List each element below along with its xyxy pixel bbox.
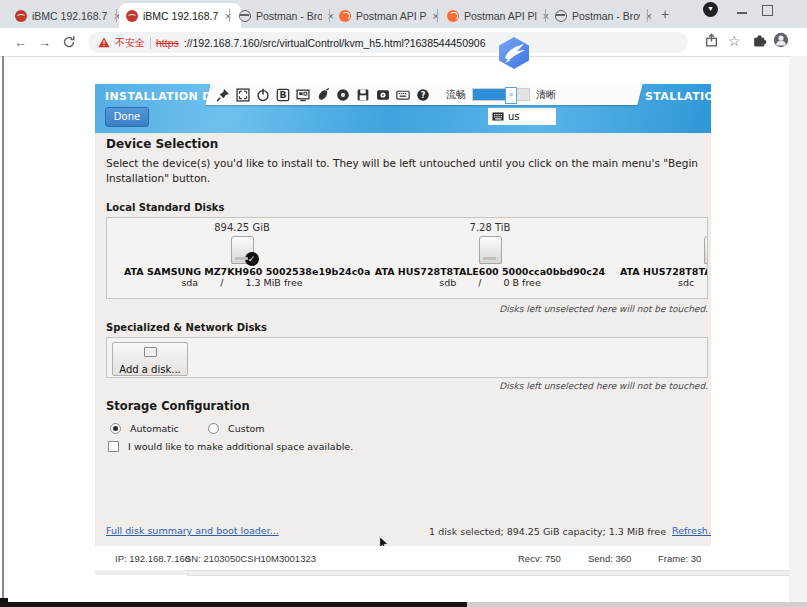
fullscreen-icon[interactable] — [236, 88, 250, 102]
disk-name: ATA SAMSUNG MZ7KH960 5002538e19b24c0a — [124, 266, 360, 277]
window-maximize-icon[interactable] — [762, 5, 773, 16]
kvm-horizontal-scrollbar[interactable] — [187, 570, 795, 576]
tab-separator — [329, 9, 330, 22]
ctrl-alt-del-icon[interactable]: B — [276, 88, 290, 102]
screenshot-icon[interactable] — [296, 88, 310, 102]
disk-mount: / — [478, 277, 481, 288]
browser-tab-ibmc-1[interactable]: iBMC 192.168.7.16 × — [8, 3, 129, 28]
not-secure-label: 不安全 — [115, 36, 145, 50]
forward-icon[interactable]: → — [38, 35, 51, 50]
cd-rom-icon[interactable] — [376, 88, 390, 102]
share-icon[interactable] — [704, 33, 719, 48]
svg-text:B: B — [280, 90, 287, 100]
reclaim-space-option[interactable]: I would like to make additional space av… — [108, 435, 353, 454]
tab-separator — [116, 9, 117, 22]
bird-hexagon-logo — [495, 36, 533, 70]
not-secure-warning-icon — [98, 37, 110, 48]
globe-favicon — [555, 10, 567, 22]
refresh-link[interactable]: Refresh... — [672, 525, 711, 536]
unselected-note: Disks left unselected here will not be t… — [106, 381, 708, 391]
selected-check-icon: ✓ — [245, 252, 259, 266]
ibmc-favicon — [126, 10, 138, 22]
disk-name: ATA HUS728T8TALE600 5000cca0bbd90c24 — [372, 266, 608, 277]
disk-name: ATA HUS728T8TAL — [620, 266, 708, 277]
done-button[interactable]: Done — [105, 107, 149, 127]
tab-title: iBMC 192.168.7.16 — [143, 10, 219, 22]
disk-dev: sdc — [678, 277, 694, 288]
radio-unselected-icon[interactable] — [208, 423, 219, 434]
tab-title: Postman - Browse — [256, 10, 322, 22]
reload-icon[interactable] — [62, 35, 76, 49]
keyboard-layout-icon — [492, 112, 504, 121]
left-edge-line — [2, 56, 4, 602]
url-protocol: https — [156, 37, 179, 49]
browser-tab-postman-browse-1[interactable]: Postman - Browse × — [232, 3, 341, 28]
screenshot-root: iBMC 192.168.7.16 × iBMC 192.168.7.16 × … — [0, 0, 807, 607]
disk-size: 894.25 GiB — [124, 222, 360, 233]
tab-search-chevron-icon[interactable]: ▾ — [703, 2, 718, 17]
full-disk-summary-link[interactable]: Full disk summary and boot loader... — [106, 525, 279, 536]
bookmark-star-icon[interactable]: ☆ — [728, 33, 741, 49]
add-disk-icon — [144, 347, 157, 357]
reclaim-space-label: I would like to make additional space av… — [128, 441, 353, 452]
kvm-status-bar: IP: 192.168.7.160 SN: 2103050CSH10M30013… — [95, 546, 711, 570]
partitioning-automatic-option[interactable]: Automatic — [110, 417, 179, 436]
add-disk-button[interactable]: Add a disk... — [112, 342, 188, 376]
specialized-disks-panel: Add a disk... — [106, 337, 708, 378]
disk-sdb[interactable]: 7.28 TiB ATA HUS728T8TALE600 5000cca0bbd… — [372, 222, 608, 288]
status-sn: SN: 2103050CSH10M3001323 — [185, 553, 316, 564]
video-quality-slider[interactable]: ≡ — [472, 88, 530, 101]
keyboard-layout-indicator[interactable]: us — [488, 108, 556, 125]
browser-tab-postman-api-1[interactable]: Postman API Platf × — [332, 3, 446, 28]
postman-favicon — [339, 10, 351, 22]
checkbox-unchecked-icon[interactable] — [108, 441, 119, 452]
browser-tab-strip: iBMC 192.168.7.16 × iBMC 192.168.7.16 × … — [0, 0, 807, 28]
disk-free-space: 0 B free — [503, 277, 540, 288]
disk-dev: sda — [181, 277, 198, 288]
window-minimize-icon[interactable] — [737, 12, 747, 14]
url-divider — [150, 37, 151, 49]
disk-sdc[interactable]: 7 ATA HUS728T8TAL sdc — [620, 222, 708, 288]
profile-avatar[interactable] — [773, 32, 789, 48]
tab-separator — [647, 9, 648, 22]
local-disks-panel: 894.25 GiB ✓ ATA SAMSUNG MZ7KH960 500253… — [106, 217, 708, 299]
address-bar[interactable]: 不安全 https ://192.168.7.160/src/virtualCo… — [88, 32, 688, 53]
tab-close-icon[interactable]: × — [433, 10, 439, 22]
device-selection-title: Device Selection — [106, 137, 218, 151]
keyboard-layout-label: us — [508, 111, 520, 122]
browser-tab-ibmc-2-active[interactable]: iBMC 192.168.7.16 × — [119, 3, 241, 28]
mouse-icon[interactable] — [316, 88, 330, 102]
pin-icon[interactable] — [216, 88, 230, 102]
kvm-toolbar: B ? — [210, 84, 640, 105]
record-icon[interactable] — [336, 88, 350, 102]
bottom-edge-light — [467, 602, 807, 607]
disk-sda[interactable]: 894.25 GiB ✓ ATA SAMSUNG MZ7KH960 500253… — [124, 222, 360, 288]
tab-title: Postman API Platf — [356, 10, 427, 22]
new-tab-button[interactable]: + — [656, 6, 674, 24]
tab-title: Postman API Platfo — [464, 10, 537, 22]
kvm-remote-screen[interactable]: INSTALLATION DEST STALLATION Done us Dev… — [95, 84, 711, 575]
disk-icon: ✓ — [231, 236, 254, 264]
right-scrollbar-gutter[interactable] — [789, 56, 807, 607]
save-icon[interactable] — [356, 88, 370, 102]
quality-slider-handle[interactable]: ≡ — [505, 87, 517, 104]
tab-separator — [545, 9, 546, 22]
ibmc-favicon — [15, 10, 27, 22]
tab-title: Postman - Browse — [572, 10, 640, 22]
browser-tab-postman-browse-2[interactable]: Postman - Browse × — [548, 3, 659, 28]
extensions-puzzle-icon[interactable] — [752, 33, 767, 48]
svg-text:?: ? — [421, 91, 426, 100]
tab-separator — [437, 9, 438, 22]
disk-mount: / — [220, 277, 223, 288]
custom-label: Custom — [228, 423, 264, 434]
browser-tab-postman-api-2[interactable]: Postman API Platfo × — [440, 3, 556, 28]
power-icon[interactable] — [256, 88, 270, 102]
globe-favicon — [239, 10, 251, 22]
radio-selected-icon[interactable] — [110, 423, 121, 434]
partitioning-custom-option[interactable]: Custom — [208, 417, 265, 436]
back-icon[interactable]: ← — [14, 35, 27, 50]
bottom-edge-dark — [0, 602, 467, 607]
keyboard-icon[interactable] — [396, 88, 410, 102]
installer-title-right: STALLATION — [645, 90, 711, 103]
help-icon[interactable]: ? — [416, 88, 430, 102]
